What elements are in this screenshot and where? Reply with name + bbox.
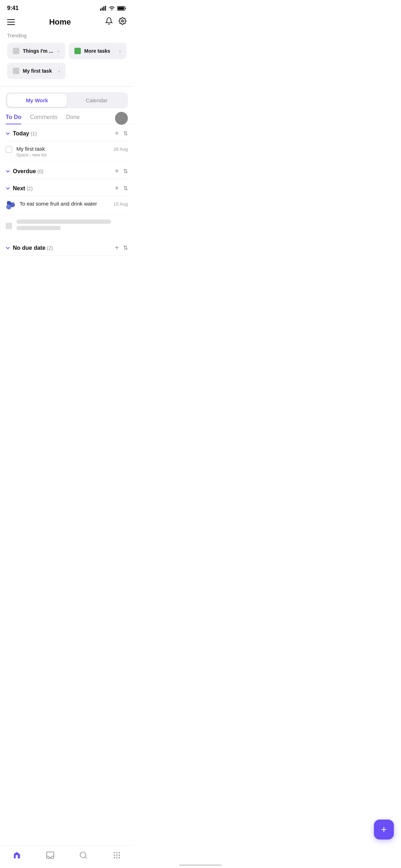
task-content-fruit-water: To eat some fruit and drink water	[20, 201, 109, 207]
section-no-due-date-header: No due date (2) + ⇅	[6, 239, 128, 256]
notification-button[interactable]	[105, 17, 113, 27]
section-no-due-date-count: (2)	[47, 245, 53, 251]
things-label: Things I'm ...	[23, 48, 54, 54]
task-checkbox-my-first-task[interactable]	[6, 146, 12, 153]
menu-button[interactable]	[7, 19, 15, 25]
no-due-date-sort-button[interactable]: ⇅	[123, 244, 128, 251]
sub-tab-done[interactable]: Done	[66, 114, 80, 124]
skeleton-checkbox	[6, 223, 12, 229]
skeleton-content	[16, 219, 128, 232]
more-tasks-icon	[74, 48, 81, 54]
svg-rect-5	[118, 7, 124, 10]
svg-rect-3	[105, 6, 106, 11]
section-overdue-count: (0)	[37, 169, 43, 174]
page-title: Home	[49, 17, 71, 27]
svg-rect-0	[100, 9, 101, 11]
status-icons	[100, 6, 126, 11]
task-name-my-first-task: My first task	[16, 146, 109, 152]
battery-icon	[117, 6, 126, 11]
overdue-add-button[interactable]: +	[115, 167, 119, 175]
task-item-fruit-water[interactable]: 🫐 To eat some fruit and drink water 15 A…	[6, 196, 128, 215]
my-first-task-trending-icon	[13, 68, 19, 74]
status-time: 9:41	[7, 5, 19, 11]
task-item-my-first-task[interactable]: My first task Space › new list 28 Aug	[6, 141, 128, 162]
next-sort-button[interactable]: ⇅	[123, 185, 128, 192]
section-overdue-title: Overdue	[13, 168, 36, 175]
main-tabs: My Work Calendar	[6, 92, 128, 108]
things-icon	[13, 48, 19, 54]
wifi-icon	[109, 6, 115, 11]
my-first-task-trending-chevron: ›	[58, 68, 60, 74]
today-sort-button[interactable]: ⇅	[123, 130, 128, 137]
my-first-task-trending-label: My first task	[23, 68, 55, 74]
next-chevron-icon	[6, 186, 10, 191]
trending-card-more-tasks[interactable]: More tasks ›	[69, 43, 127, 59]
tab-my-work[interactable]: My Work	[7, 94, 67, 107]
status-bar: 9:41	[0, 0, 134, 14]
task-date-my-first-task: 28 Aug	[114, 146, 128, 152]
header: Home	[0, 14, 134, 33]
task-date-fruit-water: 15 Aug	[114, 201, 128, 207]
today-chevron-icon	[6, 131, 10, 136]
task-list: Today (1) + ⇅ My first task Space › new …	[0, 124, 134, 256]
section-next-title: Next	[13, 185, 25, 192]
signal-icon	[100, 6, 106, 11]
trending-section: Trending Things I'm ... › More tasks › M…	[0, 33, 134, 85]
things-chevron: ›	[58, 48, 59, 54]
next-add-button[interactable]: +	[115, 184, 119, 192]
task-name-fruit-water: To eat some fruit and drink water	[20, 201, 109, 207]
task-breadcrumb-my-first-task: Space › new list	[16, 153, 109, 157]
overdue-sort-button[interactable]: ⇅	[123, 168, 128, 175]
today-add-button[interactable]: +	[115, 129, 119, 138]
section-no-due-date-title: No due date	[13, 245, 46, 251]
done-circle-indicator	[115, 112, 128, 125]
svg-rect-1	[102, 7, 103, 11]
no-due-date-add-button[interactable]: +	[115, 244, 119, 252]
svg-rect-2	[103, 6, 104, 11]
section-next-count: (2)	[27, 186, 33, 191]
sub-tab-to-do[interactable]: To Do	[6, 114, 21, 124]
svg-point-6	[121, 20, 124, 22]
trending-grid: Things I'm ... › More tasks ›	[7, 43, 126, 59]
settings-button[interactable]	[119, 17, 126, 27]
section-today-title: Today	[13, 130, 29, 137]
section-today-header: Today (1) + ⇅	[6, 124, 128, 141]
section-today-count: (1)	[31, 131, 37, 136]
section-overdue-header: Overdue (0) + ⇅	[6, 162, 128, 179]
task-content-my-first-task: My first task Space › new list	[16, 146, 109, 157]
overdue-chevron-icon	[6, 169, 10, 174]
sub-tabs: To Do Comments Done	[0, 108, 134, 124]
section-divider	[0, 86, 134, 87]
more-tasks-label: More tasks	[84, 48, 116, 54]
more-tasks-chevron: ›	[119, 48, 121, 54]
skeleton-task-item	[6, 215, 128, 237]
task-emoji-fruit: 🫐	[6, 201, 15, 210]
tab-calendar[interactable]: Calendar	[67, 94, 127, 107]
trending-card-things[interactable]: Things I'm ... ›	[7, 43, 65, 59]
skeleton-line-1	[16, 219, 111, 224]
no-due-date-chevron-icon	[6, 245, 10, 251]
trending-card-my-first-task[interactable]: My first task ›	[7, 63, 66, 79]
section-next-header: Next (2) + ⇅	[6, 179, 128, 196]
sub-tab-comments[interactable]: Comments	[30, 114, 57, 124]
trending-label: Trending	[7, 33, 126, 38]
skeleton-line-2	[16, 226, 61, 230]
